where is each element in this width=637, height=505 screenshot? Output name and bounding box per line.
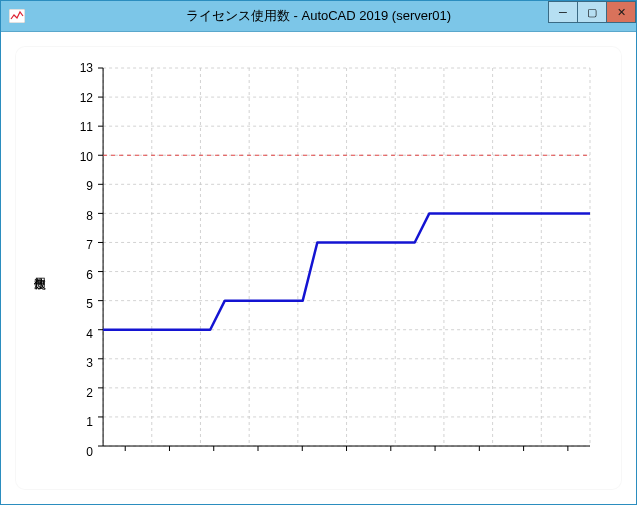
y-tick-label: 3 bbox=[67, 356, 93, 370]
y-tick-label: 13 bbox=[67, 61, 93, 75]
y-tick-label: 1 bbox=[67, 415, 93, 429]
y-tick-label: 8 bbox=[67, 209, 93, 223]
y-tick-label: 2 bbox=[67, 386, 93, 400]
plot-area bbox=[97, 68, 590, 452]
y-tick-label: 9 bbox=[67, 179, 93, 193]
chart-icon bbox=[7, 6, 27, 26]
y-tick-label: 6 bbox=[67, 268, 93, 282]
close-icon: ✕ bbox=[617, 6, 626, 19]
y-tick-labels: 012345678910111213 bbox=[67, 68, 93, 452]
y-tick-label: 11 bbox=[67, 120, 93, 134]
window-title: ライセンス使用数 - AutoCAD 2019 (server01) bbox=[1, 7, 636, 25]
chart-svg bbox=[97, 68, 590, 452]
maximize-button[interactable]: ▢ bbox=[577, 1, 607, 23]
close-button[interactable]: ✕ bbox=[606, 1, 636, 23]
y-tick-label: 0 bbox=[67, 445, 93, 459]
y-tick-label: 5 bbox=[67, 297, 93, 311]
y-tick-label: 7 bbox=[67, 238, 93, 252]
window-controls: ─ ▢ ✕ bbox=[549, 1, 636, 23]
chart-frame: 使用数 012345678910111213 bbox=[15, 46, 622, 490]
app-window: ライセンス使用数 - AutoCAD 2019 (server01) ─ ▢ ✕… bbox=[0, 0, 637, 505]
y-tick-label: 12 bbox=[67, 91, 93, 105]
minimize-icon: ─ bbox=[559, 6, 567, 18]
titlebar[interactable]: ライセンス使用数 - AutoCAD 2019 (server01) ─ ▢ ✕ bbox=[1, 1, 636, 32]
maximize-icon: ▢ bbox=[587, 6, 597, 19]
y-tick-label: 4 bbox=[67, 327, 93, 341]
y-tick-label: 10 bbox=[67, 150, 93, 164]
client-area: 使用数 012345678910111213 bbox=[1, 32, 636, 504]
minimize-button[interactable]: ─ bbox=[548, 1, 578, 23]
